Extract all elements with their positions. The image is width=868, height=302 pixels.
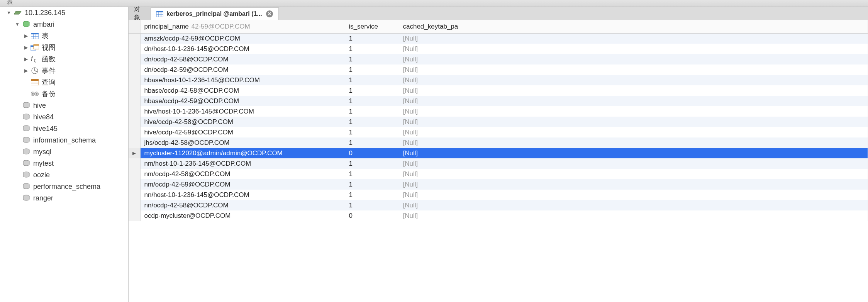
- toolbar-item[interactable]: 表: [0, 0, 20, 7]
- cell-cached-keytab[interactable]: [Null]: [399, 33, 868, 44]
- disclosure-triangle-icon[interactable]: ▶: [23, 45, 29, 50]
- cell-cached-keytab[interactable]: [Null]: [399, 127, 868, 137]
- cell-is-service[interactable]: 1: [345, 127, 399, 137]
- close-tab-icon[interactable]: ✕: [266, 10, 273, 17]
- cell-is-service[interactable]: 1: [345, 64, 399, 75]
- cell-cached-keytab[interactable]: [Null]: [399, 137, 868, 148]
- cell-cached-keytab[interactable]: [Null]: [399, 54, 868, 64]
- cell-cached-keytab[interactable]: [Null]: [399, 75, 868, 85]
- table-row[interactable]: hive/host-10-1-236-145@OCDP.COM1[Null]: [129, 106, 868, 117]
- tree-folder-table[interactable]: ▶表: [0, 30, 128, 42]
- table-row[interactable]: amszk/ocdp-42-59@OCDP.COM1[Null]: [129, 33, 868, 44]
- cell-principal-name[interactable]: hive/host-10-1-236-145@OCDP.COM: [140, 106, 345, 117]
- data-grid[interactable]: principal_name 42-59@OCDP.COM is_service…: [129, 20, 868, 302]
- cell-principal-name[interactable]: nm/ocdp-42-59@OCDP.COM: [140, 179, 345, 190]
- cell-is-service[interactable]: 1: [345, 85, 399, 96]
- tree-folder-event[interactable]: ▶事件: [0, 65, 128, 76]
- cell-is-service[interactable]: 0: [345, 210, 399, 221]
- cell-cached-keytab[interactable]: [Null]: [399, 148, 868, 158]
- tree-folder-backup[interactable]: 备份: [0, 88, 128, 100]
- cell-is-service[interactable]: 1: [345, 75, 399, 85]
- cell-principal-name[interactable]: hive/ocdp-42-58@OCDP.COM: [140, 117, 345, 127]
- database-node[interactable]: hive: [0, 100, 128, 111]
- cell-principal-name[interactable]: hbase/ocdp-42-59@OCDP.COM: [140, 96, 345, 106]
- cell-principal-name[interactable]: nm/ocdp-42-58@OCDP.COM: [140, 169, 345, 179]
- database-node[interactable]: mytest: [0, 158, 128, 169]
- table-row[interactable]: hbase/ocdp-42-59@OCDP.COM1[Null]: [129, 96, 868, 106]
- cell-principal-name[interactable]: hbase/ocdp-42-58@OCDP.COM: [140, 85, 345, 96]
- column-header-cached-keytab-pa[interactable]: cached_keytab_pa: [399, 20, 868, 33]
- table-row[interactable]: jhs/ocdp-42-58@OCDP.COM1[Null]: [129, 137, 868, 148]
- disclosure-triangle-icon[interactable]: ▼: [15, 22, 20, 27]
- cell-principal-name[interactable]: dn/host-10-1-236-145@OCDP.COM: [140, 44, 345, 54]
- cell-cached-keytab[interactable]: [Null]: [399, 106, 868, 117]
- table-row[interactable]: nm/ocdp-42-58@OCDP.COM1[Null]: [129, 169, 868, 179]
- database-node[interactable]: performance_schema: [0, 181, 128, 192]
- cell-principal-name[interactable]: hbase/host-10-1-236-145@OCDP.COM: [140, 75, 345, 85]
- disclosure-triangle-icon[interactable]: ▶: [23, 33, 29, 39]
- table-row[interactable]: ocdp-mycluster@OCDP.COM0[Null]: [129, 210, 868, 221]
- cell-is-service[interactable]: 1: [345, 33, 399, 44]
- cell-is-service[interactable]: 1: [345, 117, 399, 127]
- table-row[interactable]: ▸mycluster-112020@admin/admin@OCDP.COM0[…: [129, 148, 868, 158]
- table-row[interactable]: hbase/host-10-1-236-145@OCDP.COM1[Null]: [129, 75, 868, 85]
- cell-principal-name[interactable]: jhs/ocdp-42-58@OCDP.COM: [140, 137, 345, 148]
- table-row[interactable]: hbase/ocdp-42-58@OCDP.COM1[Null]: [129, 85, 868, 96]
- cell-principal-name[interactable]: mycluster-112020@admin/admin@OCDP.COM: [140, 148, 345, 158]
- disclosure-triangle-icon[interactable]: ▶: [23, 68, 29, 73]
- cell-cached-keytab[interactable]: [Null]: [399, 44, 868, 54]
- cell-is-service[interactable]: 1: [345, 106, 399, 117]
- table-row[interactable]: hive/ocdp-42-58@OCDP.COM1[Null]: [129, 117, 868, 127]
- cell-cached-keytab[interactable]: [Null]: [399, 158, 868, 169]
- table-row[interactable]: dn/ocdp-42-59@OCDP.COM1[Null]: [129, 64, 868, 75]
- cell-principal-name[interactable]: ocdp-mycluster@OCDP.COM: [140, 210, 345, 221]
- cell-cached-keytab[interactable]: [Null]: [399, 64, 868, 75]
- table-row[interactable]: nm/ocdp-42-59@OCDP.COM1[Null]: [129, 179, 868, 190]
- cell-principal-name[interactable]: nn/ocdp-42-58@OCDP.COM: [140, 200, 345, 210]
- cell-cached-keytab[interactable]: [Null]: [399, 117, 868, 127]
- server-node[interactable]: ▼ 10.1.236.145: [0, 7, 128, 19]
- cell-is-service[interactable]: 1: [345, 190, 399, 200]
- database-node[interactable]: oozie: [0, 169, 128, 181]
- cell-is-service[interactable]: 0: [345, 148, 399, 158]
- column-header-is-service[interactable]: is_service: [345, 20, 399, 33]
- cell-cached-keytab[interactable]: [Null]: [399, 210, 868, 221]
- table-row[interactable]: nn/host-10-1-236-145@OCDP.COM1[Null]: [129, 190, 868, 200]
- cell-principal-name[interactable]: dn/ocdp-42-59@OCDP.COM: [140, 64, 345, 75]
- tab-kerberos-principal[interactable]: kerberos_principal @ambari (1... ✕: [151, 7, 279, 20]
- table-row[interactable]: hive/ocdp-42-59@OCDP.COM1[Null]: [129, 127, 868, 137]
- table-row[interactable]: dn/host-10-1-236-145@OCDP.COM1[Null]: [129, 44, 868, 54]
- cell-cached-keytab[interactable]: [Null]: [399, 96, 868, 106]
- cell-is-service[interactable]: 1: [345, 158, 399, 169]
- connection-tree[interactable]: ▼ 10.1.236.145 ▼ ambari ▶表▶视图▶f()函数▶事件查询…: [0, 7, 129, 302]
- database-node[interactable]: hive84: [0, 111, 128, 123]
- database-node[interactable]: hive145: [0, 123, 128, 134]
- cell-cached-keytab[interactable]: [Null]: [399, 169, 868, 179]
- table-row[interactable]: nn/ocdp-42-58@OCDP.COM1[Null]: [129, 200, 868, 210]
- cell-cached-keytab[interactable]: [Null]: [399, 200, 868, 210]
- disclosure-triangle-icon[interactable]: ▶: [23, 56, 29, 62]
- cell-is-service[interactable]: 1: [345, 169, 399, 179]
- cell-principal-name[interactable]: amszk/ocdp-42-59@OCDP.COM: [140, 33, 345, 44]
- cell-principal-name[interactable]: nn/host-10-1-236-145@OCDP.COM: [140, 190, 345, 200]
- column-header-principal-name[interactable]: principal_name 42-59@OCDP.COM: [140, 20, 345, 33]
- table-row[interactable]: dn/ocdp-42-58@OCDP.COM1[Null]: [129, 54, 868, 64]
- cell-is-service[interactable]: 1: [345, 96, 399, 106]
- cell-is-service[interactable]: 1: [345, 44, 399, 54]
- cell-principal-name[interactable]: dn/ocdp-42-58@OCDP.COM: [140, 54, 345, 64]
- cell-cached-keytab[interactable]: [Null]: [399, 190, 868, 200]
- cell-principal-name[interactable]: hive/ocdp-42-59@OCDP.COM: [140, 127, 345, 137]
- cell-is-service[interactable]: 1: [345, 54, 399, 64]
- table-row[interactable]: nm/host-10-1-236-145@OCDP.COM1[Null]: [129, 158, 868, 169]
- cell-cached-keytab[interactable]: [Null]: [399, 85, 868, 96]
- tree-folder-query[interactable]: 查询: [0, 76, 128, 88]
- tree-folder-view[interactable]: ▶视图: [0, 42, 128, 53]
- tab-objects[interactable]: 对象: [129, 7, 151, 20]
- cell-cached-keytab[interactable]: [Null]: [399, 179, 868, 190]
- database-node[interactable]: information_schema: [0, 134, 128, 146]
- cell-is-service[interactable]: 1: [345, 200, 399, 210]
- database-node[interactable]: ranger: [0, 192, 128, 204]
- disclosure-triangle-icon[interactable]: ▼: [6, 10, 12, 15]
- cell-principal-name[interactable]: nm/host-10-1-236-145@OCDP.COM: [140, 158, 345, 169]
- database-node[interactable]: ▼ ambari: [0, 19, 128, 30]
